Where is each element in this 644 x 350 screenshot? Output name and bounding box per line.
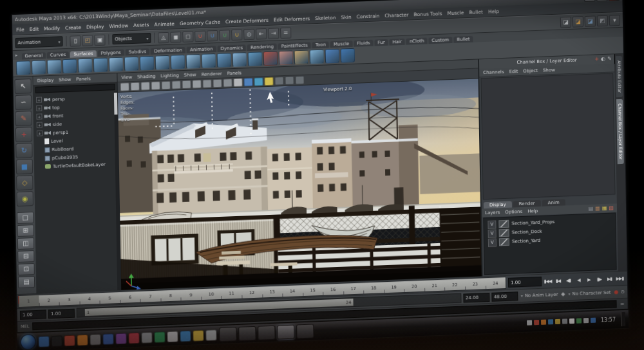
layer-move-up-icon[interactable]: ▤ bbox=[589, 206, 594, 212]
grid-icon[interactable] bbox=[193, 80, 202, 89]
time-tick-10[interactable]: 10 bbox=[201, 288, 222, 300]
menu-assets[interactable]: Assets bbox=[133, 22, 149, 28]
layer-move-down-icon[interactable]: ▥ bbox=[595, 205, 600, 211]
input-connections-icon[interactable]: ⇤ bbox=[256, 28, 267, 40]
play-forwards-button[interactable]: ▶ bbox=[585, 275, 593, 284]
start-button[interactable] bbox=[20, 334, 35, 350]
time-tick-17[interactable]: 17 bbox=[343, 283, 364, 295]
gate-mask-icon[interactable] bbox=[223, 78, 232, 88]
snap-to-plane-icon[interactable]: ∪ bbox=[231, 29, 242, 41]
set-key-icon[interactable]: ◆ bbox=[561, 291, 565, 297]
construction-history-icon[interactable]: ≡ bbox=[280, 27, 291, 39]
select-by-object-icon[interactable]: ◼ bbox=[170, 32, 181, 43]
select-tool[interactable]: ↖ bbox=[15, 78, 32, 94]
outliner-menu-display[interactable]: Display bbox=[37, 77, 54, 83]
viewport-menu-show[interactable]: Show bbox=[184, 72, 196, 78]
lock-camera-icon[interactable] bbox=[131, 82, 140, 91]
pinned-app-icon-5[interactable] bbox=[90, 334, 100, 345]
new-scene-icon[interactable]: ▯ bbox=[70, 35, 80, 47]
script-editor-icon[interactable]: ≡ bbox=[620, 301, 625, 307]
side-tab-channel-box-layer-editor[interactable]: Channel Box / Layer Editor bbox=[616, 99, 624, 164]
boundary-icon[interactable] bbox=[217, 53, 231, 68]
new-empty-layer-icon[interactable]: ▦ bbox=[602, 205, 607, 211]
use-all-lights-icon[interactable] bbox=[264, 77, 273, 86]
current-time-field[interactable]: 1.00 bbox=[508, 277, 542, 288]
step-forward-frame-button[interactable]: ▶▮ bbox=[605, 275, 614, 283]
menu-help[interactable]: Help bbox=[488, 8, 499, 15]
wireframe-icon[interactable] bbox=[233, 78, 242, 88]
time-tick-16[interactable]: 16 bbox=[323, 284, 343, 295]
time-tick-7[interactable]: 7 bbox=[140, 291, 161, 302]
layer-color-swatch[interactable] bbox=[498, 220, 509, 228]
open-window-button-1[interactable] bbox=[219, 327, 236, 342]
select-camera-icon[interactable] bbox=[120, 82, 129, 91]
menu-edit-deformers[interactable]: Edit Deformers bbox=[274, 15, 310, 23]
layout-single-pane[interactable]: □ bbox=[17, 212, 33, 224]
soft-modification-tool[interactable]: ◉ bbox=[17, 191, 33, 207]
scrollbar-thumb[interactable] bbox=[114, 93, 118, 115]
open-scene-icon[interactable]: ◰ bbox=[82, 35, 93, 46]
step-forward-key-button[interactable]: ▮▶ bbox=[595, 275, 603, 283]
maximize-button[interactable]: □ bbox=[596, 0, 607, 1]
select-by-component-icon[interactable]: ◻ bbox=[182, 31, 193, 42]
go-to-end-button[interactable]: ▶▶▮ bbox=[616, 274, 624, 282]
scale-tool[interactable]: ■ bbox=[16, 159, 33, 174]
time-tick-13[interactable]: 13 bbox=[262, 286, 283, 297]
go-to-start-button[interactable]: ▮◀◀ bbox=[544, 277, 552, 285]
ipr-render-icon[interactable]: ◪ bbox=[573, 16, 583, 28]
extrude-icon[interactable] bbox=[186, 54, 200, 69]
time-tick-9[interactable]: 9 bbox=[181, 289, 202, 300]
menu-modify[interactable]: Modify bbox=[44, 25, 60, 32]
layer-editor-menu-options[interactable]: Options bbox=[505, 208, 522, 214]
layout-two-stacked[interactable]: ⊟ bbox=[17, 250, 34, 262]
open-window-button-2[interactable] bbox=[238, 326, 256, 341]
planar-icon[interactable] bbox=[171, 55, 185, 69]
time-tick-1[interactable]: 1 bbox=[18, 295, 39, 307]
layer-color-swatch[interactable] bbox=[499, 229, 509, 237]
expand-toggle[interactable]: + bbox=[36, 113, 42, 119]
time-tick-5[interactable]: 5 bbox=[100, 292, 120, 304]
viewport-menu-shading[interactable]: Shading bbox=[137, 73, 156, 79]
animation-preferences-icon[interactable]: ⊙ bbox=[620, 289, 625, 294]
step-back-frame-button[interactable]: ▮◀ bbox=[554, 277, 562, 285]
render-current-frame-icon[interactable]: ◪ bbox=[560, 16, 571, 28]
lasso-select-tool[interactable]: ∽ bbox=[15, 95, 32, 110]
pinned-app-icon-7[interactable] bbox=[115, 333, 126, 344]
viewport-panel[interactable]: ViewShadingLightingShowRendererPanels bbox=[117, 59, 482, 290]
viewport-scene[interactable]: Verts:Edges:Faces:Tris:UVs: Viewport 2.0 bbox=[118, 78, 482, 290]
menu-constrain[interactable]: Constrain bbox=[356, 13, 379, 19]
bevel-icon[interactable] bbox=[232, 52, 247, 67]
time-tick-4[interactable]: 4 bbox=[79, 293, 100, 304]
expand-toggle[interactable]: + bbox=[37, 131, 43, 136]
time-tick-20[interactable]: 20 bbox=[404, 281, 424, 292]
universal-manipulator-tool[interactable]: ◇ bbox=[16, 175, 33, 190]
channel-box-menu-edit[interactable]: Edit bbox=[509, 69, 518, 75]
snap-to-point-icon[interactable]: ∪ bbox=[219, 30, 230, 41]
layer-visibility-toggle[interactable]: V bbox=[488, 220, 496, 228]
camera-attributes-icon[interactable] bbox=[141, 82, 150, 91]
output-connections-icon[interactable]: ⇥ bbox=[268, 28, 279, 39]
tray-icon-1[interactable] bbox=[527, 320, 532, 326]
close-button[interactable]: ✕ bbox=[609, 0, 620, 1]
project-curve-icon[interactable] bbox=[325, 49, 339, 64]
pinned-app-icon-9[interactable] bbox=[141, 332, 152, 344]
time-tick-19[interactable]: 19 bbox=[384, 281, 404, 293]
expand-toggle[interactable]: + bbox=[36, 105, 42, 111]
nurbs-torus-icon[interactable] bbox=[93, 58, 108, 73]
menu-create-deformers[interactable]: Create Deformers bbox=[225, 17, 269, 24]
time-tick-3[interactable]: 3 bbox=[59, 293, 79, 305]
layer-color-swatch[interactable] bbox=[499, 238, 509, 246]
pinned-app-icon-3[interactable] bbox=[64, 335, 75, 346]
screen-space-ao-icon[interactable] bbox=[285, 76, 294, 85]
bookmark-icon[interactable] bbox=[151, 81, 160, 90]
render-settings-icon[interactable]: ◪ bbox=[585, 15, 596, 27]
menu-animate[interactable]: Animate bbox=[154, 21, 175, 27]
pinned-app-icon-8[interactable] bbox=[128, 332, 139, 344]
nurbs-cylinder-icon[interactable] bbox=[47, 59, 61, 74]
manipulator-icon[interactable]: + bbox=[594, 57, 599, 62]
nurbs-sphere-icon[interactable] bbox=[16, 60, 30, 75]
trim-tool-icon[interactable] bbox=[341, 48, 355, 63]
auto-keyframe-toggle[interactable]: ● bbox=[614, 290, 618, 295]
pinned-app-icon-10[interactable] bbox=[154, 331, 165, 343]
make-live-icon[interactable]: ◍ bbox=[243, 28, 254, 40]
